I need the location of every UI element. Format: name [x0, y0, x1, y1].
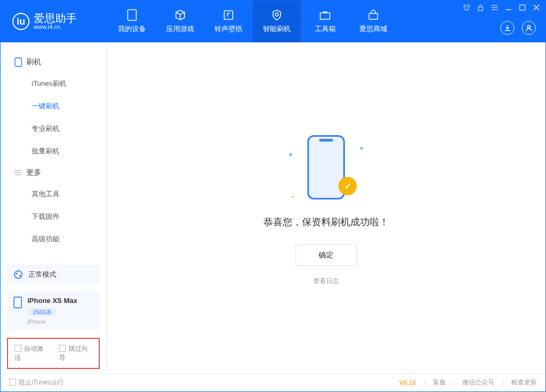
view-log-link[interactable]: 查看日志: [313, 277, 339, 286]
tab-label: 铃声壁纸: [215, 24, 242, 34]
sidebar-item-advanced[interactable]: 高级功能: [1, 228, 106, 250]
sidebar-group-flash: 刷机: [1, 52, 106, 72]
download-icon[interactable]: [500, 21, 514, 35]
svg-point-11: [19, 275, 21, 277]
logo[interactable]: iu 爱思助手 www.i4.cn: [1, 13, 108, 30]
toolbox-icon: [319, 9, 331, 21]
sidebar-item-oneclick-flash[interactable]: 一键刷机: [1, 95, 106, 117]
tab-ringtones[interactable]: 铃声壁纸: [204, 1, 253, 42]
options-row: 自动激活 跳过向导: [7, 338, 100, 369]
wechat-link[interactable]: 微信公众号: [462, 378, 495, 387]
device-name: iPhone XS Max: [27, 297, 77, 305]
sidebar-item-pro-flash[interactable]: 专业刷机: [1, 117, 106, 140]
svg-point-9: [14, 271, 22, 278]
svg-rect-4: [369, 13, 378, 19]
svg-rect-3: [320, 13, 330, 19]
list-icon: [14, 169, 22, 176]
group-title: 更多: [26, 168, 41, 177]
device-capacity: 256GB: [27, 308, 56, 316]
svg-rect-8: [15, 58, 21, 66]
svg-rect-6: [520, 5, 525, 10]
svg-rect-1: [224, 11, 233, 19]
sidebar-item-batch-flash[interactable]: 批量刷机: [1, 140, 106, 162]
check-icon: ✓: [338, 177, 357, 195]
svg-point-7: [528, 26, 530, 28]
svg-point-10: [16, 273, 18, 275]
minimize-icon[interactable]: [505, 4, 512, 11]
sidebar-item-download-firmware[interactable]: 下载固件: [1, 205, 106, 228]
brand-url: www.i4.cn: [34, 24, 77, 30]
mode-box[interactable]: 正常模式: [7, 264, 100, 285]
success-message: 恭喜您，保资料刷机成功啦！: [263, 216, 389, 228]
sidebar: 刷机 iTunes刷机 一键刷机 专业刷机 批量刷机 更多 其他工具 下载固件 …: [1, 42, 107, 373]
checkbox-label: 阻止iTunes运行: [19, 379, 64, 386]
svg-rect-12: [14, 297, 21, 308]
tab-my-device[interactable]: 我的设备: [108, 1, 156, 42]
device-icon: [13, 297, 22, 308]
device-icon: [126, 9, 138, 21]
tab-label: 爱思商城: [359, 24, 387, 34]
header-actions: [500, 21, 536, 35]
checkbox-skip-guide[interactable]: 跳过向导: [59, 344, 93, 363]
tab-label: 我的设备: [118, 24, 146, 34]
group-title: 刷机: [26, 57, 41, 67]
sidebar-item-other-tools[interactable]: 其他工具: [1, 183, 106, 205]
cube-icon: [174, 9, 186, 21]
version-label: V8.16: [399, 379, 416, 387]
maximize-icon[interactable]: [519, 4, 526, 11]
sparkle-icon: ✦: [359, 145, 364, 152]
logo-icon: iu: [12, 13, 29, 30]
svg-rect-0: [128, 10, 136, 20]
store-icon: [367, 9, 379, 21]
header: iu 爱思助手 www.i4.cn 我的设备 应用游戏 铃声壁纸 智能刷机 工具…: [1, 1, 545, 42]
tab-smart-flash[interactable]: 智能刷机: [253, 1, 301, 42]
lock-icon[interactable]: [477, 4, 484, 11]
tab-toolbox[interactable]: 工具箱: [301, 1, 349, 42]
mode-label: 正常模式: [28, 270, 56, 279]
mode-icon: [13, 270, 23, 279]
menu-icon[interactable]: [491, 4, 498, 11]
shield-icon: [271, 9, 283, 21]
phone-icon: [14, 57, 22, 67]
main-panel: ✦ ✦ ✦ ✓ 恭喜您，保资料刷机成功啦！ 确定 查看日志: [107, 42, 545, 373]
music-icon: [223, 9, 234, 21]
ok-button[interactable]: 确定: [296, 245, 357, 266]
svg-point-2: [275, 13, 278, 16]
close-icon[interactable]: [533, 4, 540, 11]
success-illustration: ✦ ✦ ✦ ✓: [286, 130, 366, 205]
top-tabs: 我的设备 应用游戏 铃声壁纸 智能刷机 工具箱 爱思商城: [108, 1, 397, 42]
tab-apps[interactable]: 应用游戏: [156, 1, 204, 42]
shirt-icon[interactable]: [463, 4, 470, 11]
sparkle-icon: ✦: [288, 151, 293, 159]
checkbox-block-itunes[interactable]: 阻止iTunes运行: [9, 378, 64, 387]
tab-label: 应用游戏: [166, 24, 194, 34]
support-link[interactable]: 客服: [433, 378, 446, 387]
sidebar-item-itunes-flash[interactable]: iTunes刷机: [1, 72, 106, 95]
window-controls: [463, 4, 540, 11]
sparkle-icon: ✦: [291, 195, 295, 199]
tab-label: 工具箱: [315, 24, 336, 34]
tab-store[interactable]: 爱思商城: [349, 1, 397, 42]
device-type: iPhone: [27, 319, 77, 325]
checkbox-auto-activate[interactable]: 自动激活: [14, 344, 48, 363]
brand-name: 爱思助手: [34, 13, 77, 24]
check-update-link[interactable]: 检查更新: [511, 378, 537, 387]
user-icon[interactable]: [522, 21, 536, 35]
footer: 阻止iTunes运行 V8.16 | 客服 | 微信公众号 | 检查更新: [1, 373, 545, 391]
device-box[interactable]: iPhone XS Max 256GB iPhone: [7, 291, 100, 330]
tab-label: 智能刷机: [263, 24, 291, 34]
sidebar-group-more: 更多: [1, 162, 106, 183]
svg-rect-5: [478, 7, 483, 11]
